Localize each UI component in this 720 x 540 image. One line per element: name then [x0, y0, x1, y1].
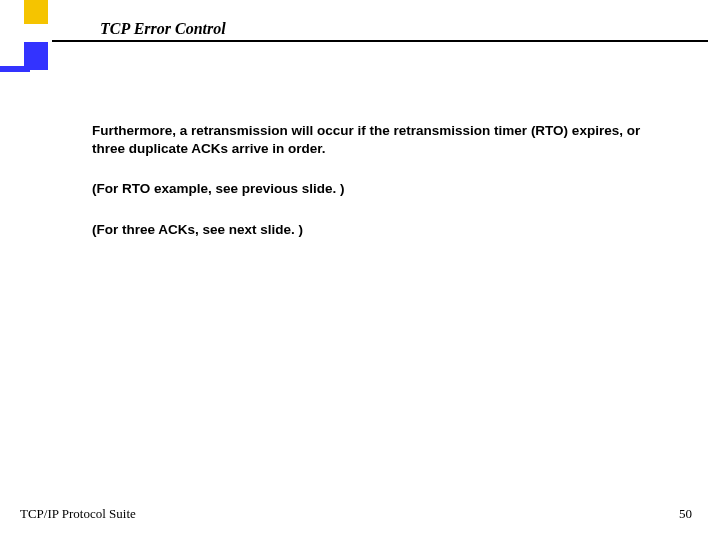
footer-page-number: 50 — [679, 506, 692, 522]
paragraph-2: (For RTO example, see previous slide. ) — [92, 180, 660, 198]
title-area: TCP Error Control — [0, 0, 720, 60]
decor-yellow-square — [24, 0, 48, 24]
footer-suite-name: TCP/IP Protocol Suite — [20, 506, 136, 522]
paragraph-1: Furthermore, a retransmission will occur… — [92, 122, 660, 158]
body-content: Furthermore, a retransmission will occur… — [92, 122, 660, 261]
slide-title: TCP Error Control — [100, 20, 226, 38]
title-underline — [52, 40, 708, 42]
decor-blue-block-horizontal — [0, 66, 30, 72]
paragraph-3: (For three ACKs, see next slide. ) — [92, 221, 660, 239]
slide-container: TCP Error Control Furthermore, a retrans… — [0, 0, 720, 540]
